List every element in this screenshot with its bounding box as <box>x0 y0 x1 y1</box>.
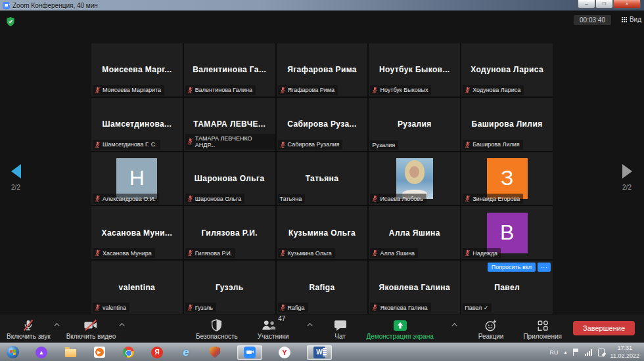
security-button[interactable]: Безопасность <box>196 318 238 340</box>
participant-tile[interactable]: ВНадежда <box>461 206 553 259</box>
share-options-chevron[interactable] <box>451 323 457 328</box>
chat-button[interactable]: Чат <box>334 318 347 340</box>
participant-tile[interactable]: Моисеева Марг...Моисеева Маргарита <box>91 43 183 96</box>
end-meeting-button[interactable]: Завершение <box>573 321 635 335</box>
muted-mic-icon <box>465 87 471 94</box>
taskbar-icon-game-launcher[interactable] <box>208 345 221 360</box>
taskbar-icon-yandex[interactable]: Y <box>278 345 291 360</box>
input-panel-icon[interactable] <box>598 349 605 356</box>
taskbar-icon-file-explorer[interactable] <box>64 345 77 360</box>
participant-label: Надежда <box>463 248 501 258</box>
reactions-button-label: Реакции <box>478 333 504 340</box>
taskbar-icon-media-player[interactable]: ▶ <box>93 345 106 360</box>
participant-tile[interactable]: Ягафарова РимаЯгафарова Рима <box>277 43 368 96</box>
next-page-button[interactable]: 2/2 <box>614 164 640 191</box>
participant-tile[interactable]: Сабирова Руза...Сабирова Рузалия <box>277 98 368 151</box>
video-options-chevron[interactable] <box>120 323 125 328</box>
language-indicator[interactable]: RU <box>550 349 559 356</box>
participants-options-chevron[interactable] <box>307 323 312 328</box>
unmute-button[interactable]: Включить звук <box>7 318 51 340</box>
participant-label: Алла Яшина <box>370 248 418 258</box>
muted-mic-icon <box>187 195 193 202</box>
taskbar-icon-zoom[interactable] <box>237 345 262 360</box>
participant-label: Зинаида Егорова <box>463 194 523 203</box>
participant-label: Александрова О.И. <box>93 194 159 203</box>
participant-tile[interactable]: Шаронова ОльгаШаронова Ольга <box>184 152 275 205</box>
start-video-button-label: Включить видео <box>66 333 116 340</box>
participant-label: Ягафарова Рима <box>278 85 338 95</box>
reactions-button[interactable]: Реакции <box>478 318 504 340</box>
participant-name: Rafiga <box>306 283 337 292</box>
apps-button-label: Приложения <box>523 333 562 340</box>
close-button[interactable]: × <box>613 0 641 9</box>
muted-mic-icon <box>280 304 286 311</box>
participant-tile[interactable]: Кузьмина ОльгаКузьмина Ольга <box>277 206 368 259</box>
muted-mic-icon <box>372 304 378 311</box>
participant-tile[interactable]: ГузэльГузэль <box>184 261 275 314</box>
participant-label: Гилязова Р.И. <box>185 248 236 258</box>
participant-tile[interactable]: Ноутбук Быков...Ноутбук Быковых <box>369 43 460 96</box>
clock-date: 11.02.2022 <box>610 352 639 360</box>
previous-page-button[interactable]: 2/2 <box>3 164 29 191</box>
taskbar-icon-chrome[interactable] <box>122 345 135 360</box>
muted-mic-icon <box>95 87 101 94</box>
participant-tile[interactable]: ТАМАРА ЛЕВЧЕ...ТАМАРА ЛЕВЧЕНКО АНДР... <box>184 98 275 151</box>
maximize-button[interactable]: □ <box>595 0 613 9</box>
window-title: Zoom Конференция, 40 мин <box>12 2 98 9</box>
participant-tile[interactable]: Алла ЯшинаАлла Яшина <box>369 206 460 259</box>
share-screen-button[interactable]: Демонстрация экрана <box>367 318 434 340</box>
participant-tile[interactable]: ТатьянаТатьяна <box>277 152 368 205</box>
participant-tile[interactable]: Исаева Любовь <box>369 152 460 205</box>
mic-muted-icon <box>22 319 35 331</box>
participant-label: Моисеева Маргарита <box>93 85 164 95</box>
participant-tile[interactable]: RafigaRafiga <box>277 261 368 314</box>
participant-tile[interactable]: Попросить вкл···ПавелПавел ✓ <box>461 261 553 314</box>
participant-tile[interactable]: Баширова ЛилияБаширова Лилия <box>461 98 553 151</box>
action-center-flag-icon[interactable] <box>573 349 579 356</box>
window-controls: – □ × <box>578 0 641 9</box>
taskbar-icon-word[interactable]: W <box>307 345 332 360</box>
windows-taskbar: ▲▶ЯeYW RU ▴ 17:31 11.02.2022 <box>0 343 644 361</box>
ask-to-unmute-button[interactable]: Попросить вкл <box>488 263 536 272</box>
letter-avatar: З <box>487 158 528 199</box>
view-button[interactable]: Вид <box>622 16 641 23</box>
participant-tile[interactable]: ЗЗинаида Егорова <box>461 152 553 205</box>
participant-tile[interactable]: Валентинова Га...Валентинова Галина <box>184 43 275 96</box>
view-button-label: Вид <box>630 16 641 23</box>
muted-mic-icon <box>95 249 101 257</box>
participant-tile[interactable]: РузалияРузалия <box>369 98 460 151</box>
participant-tile[interactable]: Гилязова Р.И.Гилязова Р.И. <box>184 206 275 259</box>
next-page-arrow-icon <box>622 164 632 179</box>
participant-name: Татьяна <box>303 174 342 183</box>
participants-button[interactable]: 47 Участники <box>258 318 289 340</box>
participant-tile[interactable]: Шамсетдинова...Шамсетдинова Г. С. <box>91 98 183 151</box>
taskbar-icon-internet-explorer[interactable]: e <box>179 345 193 360</box>
participant-name: Хасанова Муни... <box>99 228 175 238</box>
audio-options-chevron[interactable] <box>54 323 59 328</box>
hidden-icons-arrow[interactable]: ▴ <box>564 349 567 355</box>
zoom-toolbar: Включить звук Включить видео Безопасност… <box>0 314 644 343</box>
participant-name: Яковлева Галина <box>376 283 453 292</box>
participant-tile[interactable]: НАлександрова О.И. <box>91 152 183 205</box>
muted-mic-icon <box>465 141 471 148</box>
chat-button-label: Чат <box>334 333 346 340</box>
participant-tile[interactable]: Ходунова ЛарисаХодунова Лариса <box>461 43 553 96</box>
taskbar-icon-start[interactable] <box>6 345 19 360</box>
participant-tile[interactable]: Хасанова Муни...Хасанова Мунира <box>91 206 183 259</box>
taskbar-icon-alice-assistant[interactable]: ▲ <box>35 345 48 360</box>
minimize-button[interactable]: – <box>578 0 595 9</box>
participant-more-button[interactable]: ··· <box>538 263 551 272</box>
participant-tile[interactable]: valentinavalentina <box>91 261 183 314</box>
apps-button[interactable]: Приложения <box>523 318 562 340</box>
start-video-button[interactable]: Включить видео <box>66 318 116 340</box>
network-signal-icon[interactable] <box>585 349 592 356</box>
share-screen-button-label: Демонстрация экрана <box>367 333 434 340</box>
participant-label: Исаева Любовь <box>370 194 426 203</box>
previous-page-arrow-icon <box>11 164 21 179</box>
reactions-smiley-icon <box>484 319 497 331</box>
participant-name: ТАМАРА ЛЕВЧЕ... <box>191 119 268 129</box>
taskbar-icon-yandex-browser[interactable]: Я <box>150 345 164 360</box>
taskbar-clock[interactable]: 17:31 11.02.2022 <box>610 345 639 360</box>
muted-mic-icon <box>465 249 471 257</box>
participant-tile[interactable]: Яковлева ГалинаЯковлева Галина <box>369 261 460 314</box>
